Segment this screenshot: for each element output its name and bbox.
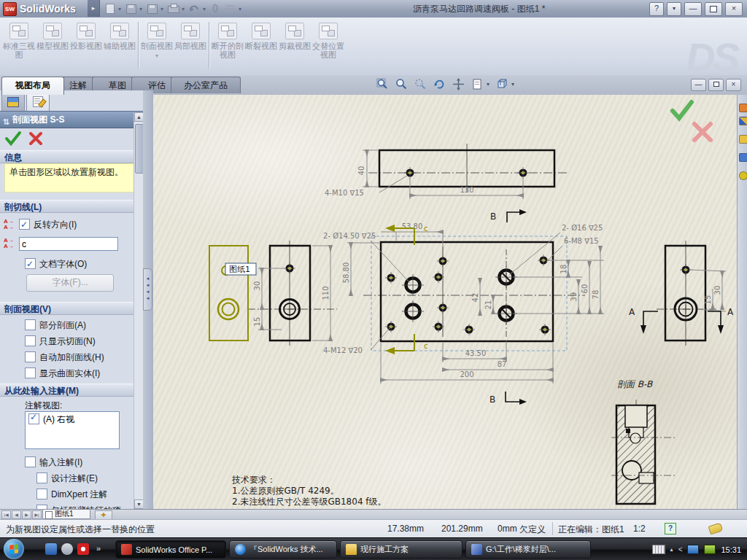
reverse-direction-checkbox[interactable] bbox=[19, 219, 30, 230]
doc-restore-button[interactable] bbox=[708, 79, 724, 91]
alternate-position-button[interactable]: 交替位置视图 bbox=[312, 20, 344, 71]
annotations-section-header[interactable]: 从此处输入注解(M)« bbox=[0, 384, 143, 397]
confirmation-corner[interactable] bbox=[673, 102, 711, 140]
panel-scrollbar[interactable]: ▲ ▼ bbox=[133, 112, 144, 509]
doc-minimize-button[interactable]: — bbox=[691, 79, 706, 91]
break-view-button[interactable]: 断裂视图 bbox=[245, 20, 277, 71]
undo-caret-icon[interactable]: ▾ bbox=[203, 6, 206, 14]
save-caret-icon[interactable]: ▾ bbox=[160, 6, 163, 14]
dimxpert-annotations-checkbox[interactable] bbox=[36, 489, 47, 499]
taskbar-button-solidworks[interactable]: SolidWorks Office P... bbox=[115, 540, 226, 559]
sheet-tab[interactable]: 图纸1 bbox=[42, 510, 90, 519]
quick-launch-app-icon[interactable] bbox=[45, 543, 57, 555]
main-drawing-view[interactable]: 110 58.80 53.80 2- Ø14.50 ∇25 2- Ø16 ∇25… bbox=[312, 222, 604, 405]
section-label-input[interactable] bbox=[19, 237, 118, 251]
new-file-icon[interactable] bbox=[104, 3, 116, 14]
open-file-icon[interactable] bbox=[125, 3, 137, 14]
last-sheet-icon[interactable]: ▶| bbox=[32, 510, 42, 519]
rotate-view-icon[interactable] bbox=[433, 77, 446, 90]
next-sheet-icon[interactable]: ▶ bbox=[22, 510, 31, 519]
sheet-caret-icon[interactable]: ▾ bbox=[487, 81, 489, 88]
drawing-canvas[interactable]: 40 130 4-M10 ∇15 B bbox=[153, 95, 737, 509]
taskbar-button-folder[interactable]: 现行施工方案 bbox=[340, 540, 462, 559]
zoom-selection-icon[interactable] bbox=[414, 77, 427, 90]
drawing-sheet-icon[interactable] bbox=[471, 77, 484, 90]
auxiliary-view-button[interactable]: 辅助视图 bbox=[104, 20, 136, 71]
design-annotations-checkbox[interactable] bbox=[36, 472, 47, 483]
crop-view-button[interactable]: 剪裁视图 bbox=[279, 20, 311, 71]
right-view-checkbox[interactable] bbox=[28, 413, 39, 424]
auto-hatch-checkbox[interactable] bbox=[25, 351, 36, 362]
panel-collapse-handle[interactable]: ◂◂◂◂ bbox=[143, 268, 152, 311]
quick-launch-red-icon[interactable] bbox=[77, 543, 89, 555]
menu-expand-icon[interactable]: ▸ bbox=[88, 0, 100, 17]
select-icon[interactable] bbox=[209, 3, 222, 14]
confirm-cancel-icon[interactable] bbox=[694, 124, 711, 140]
design-library-icon[interactable] bbox=[739, 117, 747, 125]
zoom-fit-icon[interactable] bbox=[376, 77, 389, 90]
section-view-section-header[interactable]: 剖面视图(V)« bbox=[0, 302, 143, 315]
confirm-ok-icon[interactable] bbox=[673, 102, 692, 118]
custom-properties-icon[interactable] bbox=[739, 171, 747, 180]
show-surface-checkbox[interactable] bbox=[25, 368, 36, 378]
view-orientation-icon[interactable] bbox=[495, 77, 508, 90]
file-explorer-icon[interactable] bbox=[739, 135, 747, 144]
document-font-checkbox[interactable] bbox=[25, 258, 36, 269]
annotation-views-listbox[interactable]: (A) 右视 bbox=[25, 411, 120, 449]
ime-caret-icon[interactable]: ▴ bbox=[670, 546, 673, 553]
input-keyboard-icon[interactable] bbox=[652, 545, 665, 554]
doc-close-button[interactable]: × bbox=[726, 79, 741, 91]
options-list-icon[interactable] bbox=[224, 3, 236, 14]
detail-view-button[interactable]: 局部视图 bbox=[174, 20, 206, 71]
quick-launch-overflow-icon[interactable]: » bbox=[96, 544, 101, 553]
top-drawing-view[interactable]: 40 130 4-M10 ∇15 B bbox=[325, 144, 568, 222]
save-icon[interactable] bbox=[146, 3, 158, 14]
quick-launch-search-icon[interactable] bbox=[61, 543, 73, 555]
network-icon[interactable] bbox=[687, 545, 699, 554]
resources-home-icon[interactable] bbox=[739, 104, 747, 112]
help-caret-icon[interactable]: ▾ bbox=[667, 2, 681, 16]
info-section-header[interactable]: 信息« bbox=[0, 150, 143, 163]
import-annotations-checkbox[interactable] bbox=[25, 456, 36, 467]
prev-sheet-icon[interactable]: ◀ bbox=[12, 510, 21, 519]
messenger-icon[interactable] bbox=[704, 545, 716, 554]
partial-section-checkbox[interactable] bbox=[25, 319, 36, 330]
cancel-button[interactable] bbox=[31, 133, 41, 144]
section-view-preview[interactable]: 图纸1 bbox=[209, 246, 256, 341]
taskbar-button-browser[interactable]: 『SolidWorks 技术... bbox=[229, 540, 337, 559]
print-caret-icon[interactable]: ▾ bbox=[182, 6, 185, 14]
pan-icon[interactable] bbox=[452, 77, 465, 90]
zoom-area-icon[interactable] bbox=[395, 77, 408, 90]
first-sheet-icon[interactable]: |◀ bbox=[1, 510, 11, 519]
print-icon[interactable] bbox=[167, 3, 179, 14]
section-view-button[interactable]: 剖面视图▾ bbox=[141, 20, 173, 71]
slice-section-checkbox[interactable] bbox=[25, 335, 36, 346]
ok-button[interactable] bbox=[7, 133, 20, 144]
orientation-caret-icon[interactable]: ▾ bbox=[511, 81, 514, 88]
tab-view-layout[interactable]: 视图布局 bbox=[1, 77, 64, 95]
taskbar-button-image-viewer[interactable]: G:\工作\稀浆封层\... bbox=[465, 540, 591, 559]
tray-expand-icon[interactable]: < bbox=[678, 545, 683, 553]
close-button[interactable]: × bbox=[725, 2, 743, 16]
font-button[interactable]: 字体(F)... bbox=[26, 274, 114, 292]
start-button[interactable] bbox=[4, 539, 24, 559]
right-view-item[interactable]: (A) 右视 bbox=[43, 414, 74, 424]
undo-icon[interactable] bbox=[188, 3, 201, 14]
minimize-button[interactable]: — bbox=[684, 2, 702, 16]
tag-icon[interactable] bbox=[708, 523, 724, 535]
section-bb-view[interactable]: 剖面 B-B bbox=[611, 379, 677, 504]
open-file-caret-icon[interactable]: ▾ bbox=[139, 6, 142, 14]
standard-3-views-button[interactable]: 标准三视图 bbox=[3, 20, 35, 71]
broken-out-section-button[interactable]: 断开的剖视图 bbox=[212, 20, 244, 71]
clock[interactable]: 15:31 bbox=[721, 545, 741, 554]
options-caret-icon[interactable]: ▾ bbox=[239, 6, 241, 14]
section-view-caret-icon[interactable]: ▾ bbox=[155, 52, 158, 59]
help-button[interactable]: ? bbox=[649, 2, 664, 16]
projected-view-button[interactable]: 投影视图 bbox=[70, 20, 102, 71]
new-file-caret-icon[interactable]: ▾ bbox=[118, 6, 121, 14]
restore-button[interactable] bbox=[705, 2, 722, 16]
tab-office-products[interactable]: 办公室产品 bbox=[171, 77, 241, 93]
cut-line-section-header[interactable]: 剖切线(L)« bbox=[0, 200, 143, 213]
view-palette-icon[interactable] bbox=[739, 153, 747, 162]
right-side-view[interactable]: 15 30 A A bbox=[629, 241, 734, 346]
